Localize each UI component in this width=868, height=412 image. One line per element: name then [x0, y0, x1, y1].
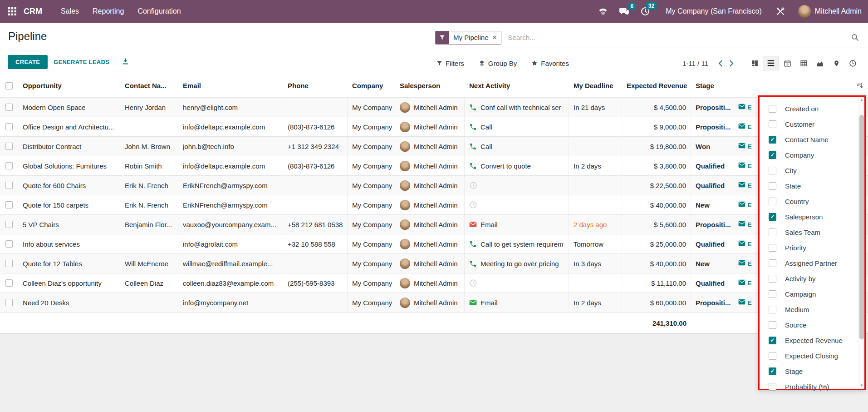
cell-opportunity[interactable]: Quote for 12 Tables: [18, 254, 120, 273]
cell-stage[interactable]: Won: [691, 137, 734, 156]
no-activity-clock-icon[interactable]: [469, 201, 477, 209]
cell-my-deadline[interactable]: [569, 117, 622, 136]
search-input[interactable]: [507, 33, 851, 42]
column-menu-item[interactable]: ✓Salesperson: [760, 209, 864, 224]
phone-activity-icon[interactable]: [469, 260, 477, 268]
cell-company[interactable]: My Company: [348, 156, 395, 175]
list-view-icon[interactable]: [763, 56, 779, 70]
cell-stage[interactable]: New: [691, 254, 734, 273]
cell-expected-revenue[interactable]: $ 25,000.00: [622, 234, 691, 253]
column-header[interactable]: Contact Na...: [120, 74, 178, 97]
cell-my-deadline[interactable]: 2 days ago: [569, 215, 622, 234]
phone-activity-icon[interactable]: [469, 123, 477, 131]
checked-checkbox[interactable]: ✓: [769, 136, 776, 144]
select-all-checkbox[interactable]: [0, 74, 18, 97]
cell-company[interactable]: My Company: [348, 195, 395, 214]
optional-columns-icon[interactable]: [734, 74, 868, 97]
cell-contact[interactable]: John M. Brown: [120, 137, 178, 156]
column-header[interactable]: Salesperson: [395, 74, 465, 97]
cell-salesperson[interactable]: Mitchell Admin: [395, 137, 465, 156]
cell-next-activity[interactable]: Meeting to go over pricing: [465, 254, 569, 273]
column-header[interactable]: Next Activity: [465, 74, 569, 97]
scroll-down-icon[interactable]: ▼: [860, 383, 863, 387]
cell-salesperson[interactable]: Mitchell Admin: [395, 273, 465, 293]
column-menu-item[interactable]: Campaign: [760, 286, 864, 302]
cell-company[interactable]: My Company: [348, 254, 395, 273]
cell-opportunity[interactable]: Distributor Contract: [18, 137, 120, 156]
table-row[interactable]: Office Design and Architectu...info@delt…: [0, 117, 868, 136]
cell-contact[interactable]: Erik N. French: [120, 195, 178, 214]
cell-contact[interactable]: Robin Smith: [120, 156, 178, 175]
cell-salesperson[interactable]: Mitchell Admin: [395, 195, 465, 214]
column-menu-item[interactable]: Assigned Partner: [760, 255, 864, 271]
table-row[interactable]: Info about servicesinfo@agrolait.com+32 …: [0, 234, 868, 253]
column-header[interactable]: Email: [178, 74, 283, 97]
cell-contact[interactable]: Henry Jordan: [120, 98, 178, 117]
checked-checkbox[interactable]: ✓: [769, 213, 776, 221]
cell-email[interactable]: ErikNFrench@armyspy.com: [178, 176, 283, 195]
generate-leads-button[interactable]: GENERATE LEADS: [51, 58, 112, 66]
table-row[interactable]: Quote for 600 ChairsErik N. FrenchErikNF…: [0, 175, 868, 195]
row-checkbox[interactable]: [0, 156, 18, 175]
pager-next-icon[interactable]: [726, 58, 737, 69]
cell-next-activity[interactable]: [465, 176, 569, 195]
column-header[interactable]: Opportunity: [18, 74, 120, 97]
cell-contact[interactable]: Will McEncroe: [120, 254, 178, 273]
unchecked-checkbox[interactable]: [769, 259, 776, 267]
debug-tools-icon[interactable]: [770, 7, 791, 16]
company-switcher[interactable]: My Company (San Francisco): [666, 7, 762, 15]
cell-opportunity[interactable]: Info about services: [18, 234, 120, 253]
phone-activity-icon[interactable]: [469, 162, 477, 170]
calendar-view-icon[interactable]: [779, 56, 795, 70]
column-menu-item[interactable]: ✓Contact Name: [760, 132, 864, 147]
cell-expected-revenue[interactable]: $ 4,500.00: [622, 98, 691, 117]
table-row[interactable]: Need 20 Desksinfo@mycompany.netMy Compan…: [0, 293, 868, 312]
cell-expected-revenue[interactable]: $ 9,000.00: [622, 117, 691, 136]
cell-company[interactable]: My Company: [348, 137, 395, 156]
no-activity-clock-icon[interactable]: [469, 279, 477, 287]
cell-phone[interactable]: +32 10 588 558: [283, 234, 348, 253]
row-checkbox[interactable]: [0, 293, 18, 312]
cell-contact[interactable]: Erik N. French: [120, 176, 178, 195]
cell-expected-revenue[interactable]: $ 3,800.00: [622, 156, 691, 175]
cell-next-activity[interactable]: [465, 195, 569, 214]
cell-company[interactable]: My Company: [348, 98, 395, 117]
cell-next-activity[interactable]: Call to get system requirem: [465, 234, 569, 253]
cell-stage[interactable]: Propositi...: [691, 117, 734, 136]
cell-salesperson[interactable]: Mitchell Admin: [395, 215, 465, 234]
table-row[interactable]: Quote for 150 carpetsErik N. FrenchErikN…: [0, 195, 868, 214]
facet-close-icon[interactable]: ✕: [492, 31, 501, 44]
cell-opportunity[interactable]: Quote for 150 carpets: [18, 195, 120, 214]
user-menu[interactable]: Mitchell Admin: [798, 5, 862, 18]
cell-email[interactable]: info@deltapc.example.com: [178, 117, 283, 136]
column-menu-item[interactable]: Created on: [760, 101, 864, 116]
cell-my-deadline[interactable]: [569, 273, 622, 293]
row-checkbox[interactable]: [0, 254, 18, 273]
cell-expected-revenue[interactable]: $ 60,000.00: [622, 293, 691, 312]
unchecked-checkbox[interactable]: [769, 120, 776, 128]
cell-my-deadline[interactable]: [569, 137, 622, 156]
cell-next-activity[interactable]: Email: [465, 215, 569, 234]
unchecked-checkbox[interactable]: [769, 290, 776, 298]
unchecked-checkbox[interactable]: [769, 275, 776, 283]
cell-phone[interactable]: [283, 293, 348, 312]
unchecked-checkbox[interactable]: [769, 321, 776, 329]
cell-expected-revenue[interactable]: $ 11,110.00: [622, 273, 691, 293]
cell-company[interactable]: My Company: [348, 293, 395, 312]
column-menu-item[interactable]: City: [760, 163, 864, 178]
cell-phone[interactable]: (803)-873-6126: [283, 156, 348, 175]
nav-menu-reporting[interactable]: Reporting: [86, 0, 131, 23]
scroll-up-icon[interactable]: ▲: [860, 98, 863, 102]
table-row[interactable]: Quote for 12 TablesWill McEncroewillmac@…: [0, 253, 868, 273]
table-row[interactable]: 5 VP ChairsBenjamin Flor...vauxoo@yourco…: [0, 214, 868, 234]
row-checkbox[interactable]: [0, 215, 18, 234]
row-checkbox[interactable]: [0, 137, 18, 156]
unchecked-checkbox[interactable]: [769, 244, 776, 252]
messages-icon[interactable]: 6: [613, 7, 635, 16]
cell-email[interactable]: info@deltapc.example.com: [178, 156, 283, 175]
cell-expected-revenue[interactable]: $ 22,500.00: [622, 176, 691, 195]
cell-email[interactable]: info@agrolait.com: [178, 234, 283, 253]
cell-next-activity[interactable]: Conf call with technical ser: [465, 98, 569, 117]
column-header[interactable]: Phone: [283, 74, 348, 97]
column-header[interactable]: Company: [348, 74, 395, 97]
